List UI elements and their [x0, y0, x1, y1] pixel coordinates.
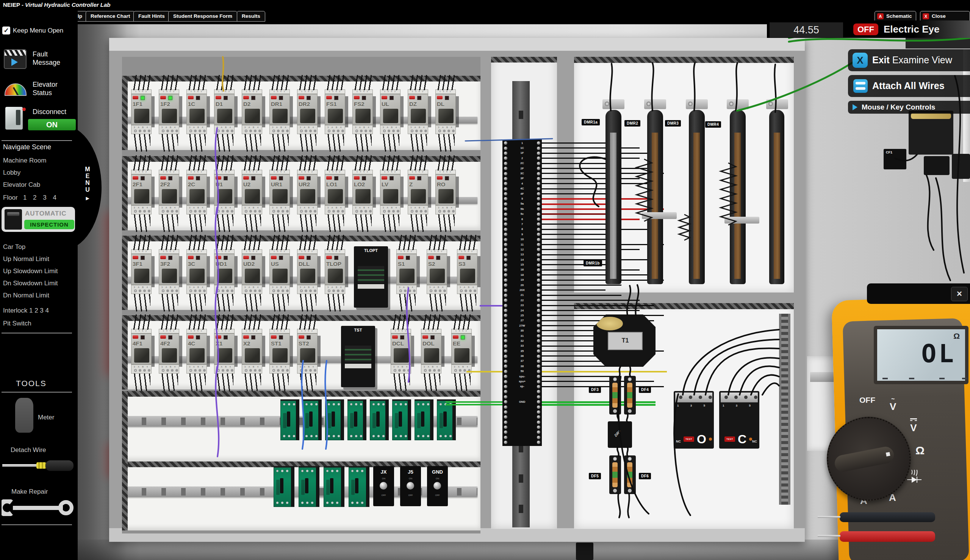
- terminal[interactable]: 2C: [502, 161, 542, 166]
- relay-terminals[interactable]: 3 A B 4: [214, 205, 235, 215]
- terminal-wire-left[interactable]: [467, 371, 502, 372]
- relay[interactable]: 1 5 6 2 2C 3 A B 4: [187, 170, 207, 213]
- terminal-screw[interactable]: [537, 304, 540, 307]
- terminal-screw[interactable]: [504, 222, 507, 226]
- terminal[interactable]: 7: [502, 222, 542, 227]
- terminal-screw[interactable]: [504, 344, 507, 348]
- terminal[interactable]: 11: [502, 242, 542, 247]
- terminal-screw[interactable]: [537, 441, 540, 444]
- relay[interactable]: 1 5 6 2 4F2 3 A B 4: [159, 329, 179, 372]
- relay-terminals[interactable]: 3 A B 4: [352, 125, 373, 134]
- terminal-screw[interactable]: [504, 192, 507, 195]
- relay[interactable]: 1 5 6 2 1C 3 A B 4: [187, 89, 207, 133]
- automatic-inspection-toggle[interactable]: AUTOMATIC INSPECTION: [2, 207, 75, 232]
- terminal-screw[interactable]: [537, 228, 540, 231]
- relay[interactable]: 1 5 6 2 UD2 3 A B 4: [242, 249, 262, 293]
- terminal-wire[interactable]: [542, 218, 640, 220]
- relay-terminals[interactable]: 3 A B 4: [159, 365, 179, 373]
- attach-all-wires-button[interactable]: Attach All Wires: [848, 75, 970, 97]
- terminal-screw[interactable]: [504, 324, 507, 327]
- terminal[interactable]: 5a: [502, 202, 542, 207]
- sidebar-scene-item[interactable]: Up Slowdown Limit: [3, 267, 81, 275]
- relay[interactable]: 1 5 6 2 DR2 3 A B 4: [297, 89, 318, 133]
- relay-test-button[interactable]: [458, 256, 464, 259]
- terminal-screw[interactable]: [504, 233, 507, 236]
- terminal[interactable]: 20: [502, 283, 542, 288]
- terminal-wire-left[interactable]: [446, 401, 502, 403]
- terminal-wire[interactable]: [542, 147, 640, 148]
- terminal-screw[interactable]: [504, 248, 507, 251]
- terminal-wire[interactable]: [542, 401, 655, 403]
- relay-terminals[interactable]: 3 A B 4: [396, 285, 417, 294]
- relay-terminals[interactable]: 3 A B 4: [352, 205, 373, 215]
- terminal[interactable]: 36: [502, 353, 542, 358]
- relay-test-button[interactable]: [392, 335, 398, 339]
- terminal[interactable]: 24: [502, 308, 542, 313]
- resistor-dmr1[interactable]: [605, 110, 622, 284]
- relay-terminals[interactable]: 3 A B 4: [435, 205, 456, 215]
- relay-test-button[interactable]: [160, 335, 166, 339]
- module-cf1[interactable]: CF1: [883, 149, 906, 169]
- terminal-screw[interactable]: [504, 298, 507, 302]
- red-probe[interactable]: [840, 531, 935, 542]
- relay-terminals[interactable]: 3 A B 4: [380, 125, 400, 134]
- terminal-screw[interactable]: [537, 430, 540, 434]
- pcb-terminal-module[interactable]: [348, 466, 370, 507]
- terminal-wire[interactable]: [542, 290, 605, 291]
- terminal-screw[interactable]: [504, 385, 507, 388]
- terminal-screw[interactable]: [504, 243, 507, 246]
- terminal-screw[interactable]: [537, 365, 540, 368]
- relay-test-button[interactable]: [326, 256, 332, 259]
- relay-test-button[interactable]: [428, 256, 434, 259]
- relay-terminals[interactable]: 3 A B 4: [187, 125, 207, 134]
- terminal-screw[interactable]: [537, 141, 540, 145]
- relay[interactable]: 1 5 6 2 ST2 3 A B 4: [297, 329, 318, 372]
- relay[interactable]: 1 5 6 2 UL 3 A B 4: [380, 89, 400, 133]
- terminal-wire[interactable]: [542, 163, 605, 164]
- relay-terminals[interactable]: 3 A B 4: [159, 125, 179, 134]
- relay[interactable]: 1 5 6 2 DCL 3 A B 4: [391, 329, 411, 372]
- relay-test-button[interactable]: [243, 96, 249, 99]
- terminal-screw[interactable]: [504, 395, 507, 398]
- terminal-wire[interactable]: [542, 183, 654, 184]
- timer-module-tst[interactable]: TST: [341, 326, 375, 387]
- relay[interactable]: 1 5 6 2 LO1 3 A B 4: [325, 170, 345, 213]
- terminal-screw[interactable]: [537, 425, 540, 429]
- relay[interactable]: 1 5 6 2 D1 3 A B 4: [214, 89, 235, 133]
- terminal-screw[interactable]: [537, 344, 540, 348]
- relay-test-button[interactable]: [298, 96, 304, 99]
- toggle-switch[interactable]: [407, 482, 414, 490]
- relay[interactable]: 1 5 6 2 4F1 3 A B 4: [131, 329, 152, 372]
- pcb-terminal-module[interactable]: [323, 466, 345, 507]
- terminal[interactable]: 38: [502, 364, 542, 369]
- terminal-screw[interactable]: [504, 177, 507, 180]
- terminal-screw[interactable]: [504, 228, 507, 231]
- disconnect-icon[interactable]: [5, 107, 23, 130]
- terminal-wire[interactable]: [542, 381, 654, 382]
- terminal[interactable]: 1C: [502, 145, 542, 150]
- terminal-screw[interactable]: [537, 380, 540, 383]
- terminal-screw[interactable]: [504, 400, 507, 403]
- terminal-screw[interactable]: [504, 304, 507, 307]
- terminal-wire[interactable]: [542, 305, 654, 306]
- terminal[interactable]: 15: [502, 262, 542, 267]
- terminal-screw[interactable]: [537, 355, 540, 358]
- terminal-wire[interactable]: [542, 295, 622, 296]
- relay-test-button[interactable]: [188, 335, 193, 339]
- pcb-terminal-module[interactable]: [303, 399, 322, 440]
- elevator-status-icon[interactable]: [5, 83, 27, 96]
- relay-test-button[interactable]: [382, 96, 387, 99]
- relay[interactable]: 1 5 6 2 X2 3 A B 4: [242, 329, 262, 372]
- terminal[interactable]: 27W: [502, 323, 542, 328]
- keep-menu-open-checkbox[interactable]: ✓: [2, 27, 10, 35]
- terminal-screw[interactable]: [537, 375, 540, 378]
- terminal-screw[interactable]: [504, 289, 507, 292]
- relay-test-button[interactable]: [216, 176, 221, 180]
- terminal-wire[interactable]: [542, 280, 664, 281]
- terminal[interactable]: [502, 440, 542, 445]
- relay[interactable]: 1 5 6 2 2F2 3 A B 4: [159, 170, 179, 213]
- terminal-screw[interactable]: [537, 278, 540, 282]
- terminal-screw[interactable]: [537, 243, 540, 246]
- terminal[interactable]: 33: [502, 343, 542, 348]
- terminal-screw[interactable]: [537, 390, 540, 393]
